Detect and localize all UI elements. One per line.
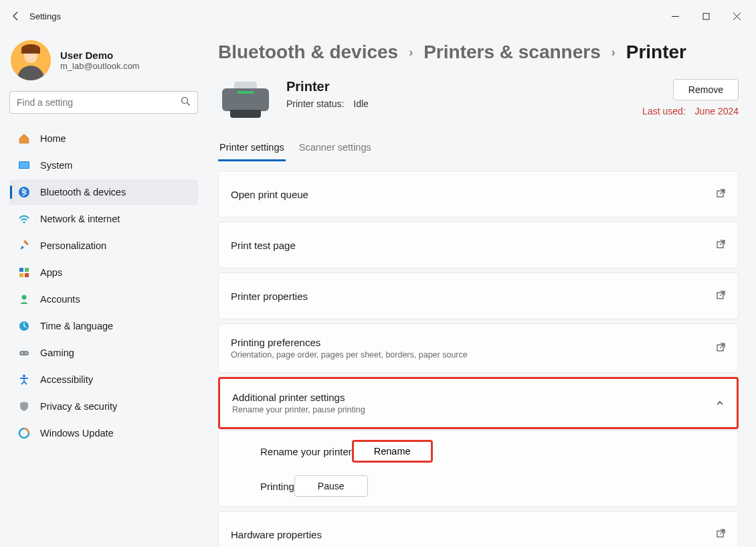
sidebar-item-bluetooth-devices[interactable]: Bluetooth & devices — [9, 179, 198, 205]
printer-header: Printer Printer status: Idle Remove Last… — [218, 79, 739, 118]
main-content: Bluetooth & devices › Printers & scanner… — [207, 32, 756, 547]
tab-printer-settings[interactable]: Printer settings — [218, 138, 286, 161]
tabs: Printer settings Scanner settings — [218, 138, 739, 161]
apps-icon — [17, 266, 31, 279]
sidebar-item-system[interactable]: System — [9, 153, 198, 178]
open-external-icon — [716, 239, 726, 252]
pause-button[interactable]: Pause — [294, 475, 368, 497]
sidebar-item-label: Personalization — [40, 240, 106, 251]
row-print-test-page[interactable]: Print test page — [218, 222, 739, 268]
row-printing-preferences[interactable]: Printing preferences Orientation, page o… — [218, 323, 739, 373]
svg-rect-14 — [25, 273, 29, 277]
window-title: Settings — [28, 11, 61, 21]
svg-rect-17 — [19, 351, 29, 356]
svg-rect-11 — [19, 268, 23, 272]
svg-rect-10 — [23, 240, 29, 246]
breadcrumb-printers-scanners[interactable]: Printers & scanners — [423, 42, 601, 63]
user-name: User Demo — [60, 50, 140, 61]
nav-list: Home System Bluetooth & devices Network … — [9, 126, 198, 446]
chevron-up-icon — [715, 398, 725, 408]
last-used: Last used: June 2024 — [642, 106, 739, 116]
sidebar-item-network[interactable]: Network & internet — [9, 206, 198, 232]
svg-point-4 — [182, 97, 188, 103]
row-additional-printer-settings[interactable]: Additional printer settings Rename your … — [218, 377, 739, 429]
sidebar-item-windows-update[interactable]: Windows Update — [9, 420, 198, 446]
gamepad-icon — [17, 346, 31, 360]
svg-point-15 — [22, 295, 27, 300]
tab-scanner-settings[interactable]: Scanner settings — [298, 138, 373, 161]
sidebar-item-label: Apps — [40, 267, 62, 278]
maximize-button[interactable] — [690, 6, 721, 26]
sidebar-item-label: Privacy & security — [40, 401, 117, 412]
svg-point-19 — [25, 353, 27, 354]
sidebar-item-label: Windows Update — [40, 428, 114, 439]
sidebar-item-label: Network & internet — [40, 214, 120, 224]
rename-button[interactable]: Rename — [352, 440, 433, 463]
person-icon — [17, 293, 31, 306]
search-input[interactable] — [17, 97, 181, 108]
sidebar-item-privacy-security[interactable]: Privacy & security — [9, 394, 198, 419]
svg-rect-13 — [19, 273, 23, 277]
user-email: m_lab@outlook.com — [60, 61, 140, 71]
sidebar-item-home[interactable]: Home — [9, 126, 198, 151]
chevron-right-icon: › — [409, 46, 413, 60]
svg-rect-7 — [19, 162, 29, 168]
sidebar-item-label: Accounts — [40, 294, 80, 305]
sidebar-item-label: Time & language — [40, 321, 113, 331]
update-icon — [17, 426, 31, 440]
svg-rect-12 — [25, 268, 29, 272]
svg-point-18 — [21, 353, 23, 354]
accessibility-icon — [17, 373, 31, 386]
user-profile[interactable]: User Demo m_lab@outlook.com — [11, 40, 197, 80]
sidebar-item-label: Gaming — [40, 347, 74, 358]
minimize-button[interactable] — [660, 6, 690, 26]
clock-globe-icon — [17, 319, 31, 333]
open-external-icon — [716, 528, 726, 541]
sidebar: User Demo m_lab@outlook.com Home System … — [0, 32, 207, 547]
open-external-icon — [716, 188, 726, 201]
row-hardware-properties[interactable]: Hardware properties — [218, 511, 739, 547]
open-external-icon — [716, 342, 726, 355]
search-icon — [181, 96, 191, 109]
row-printer-properties[interactable]: Printer properties — [218, 272, 739, 319]
additional-settings-expanded: Rename your printer Rename Printing Paus… — [218, 431, 739, 507]
sidebar-item-personalization[interactable]: Personalization — [9, 233, 198, 258]
row-open-print-queue[interactable]: Open print queue — [218, 171, 739, 218]
remove-button[interactable]: Remove — [673, 79, 739, 100]
sidebar-item-accounts[interactable]: Accounts — [9, 287, 198, 312]
home-icon — [17, 132, 31, 145]
bluetooth-icon — [17, 185, 31, 199]
sidebar-item-time-language[interactable]: Time & language — [9, 313, 198, 339]
printer-status: Printer status: Idle — [286, 98, 369, 109]
sidebar-item-apps[interactable]: Apps — [9, 260, 198, 285]
printer-name: Printer — [286, 79, 369, 94]
printer-icon — [218, 79, 273, 118]
open-external-icon — [716, 290, 726, 303]
svg-rect-1 — [703, 13, 709, 19]
back-button[interactable] — [4, 11, 28, 21]
close-button[interactable] — [721, 6, 752, 26]
svg-point-20 — [23, 375, 25, 378]
row-printing: Printing Pause — [260, 469, 726, 503]
paintbrush-icon — [17, 239, 31, 252]
search-box[interactable] — [9, 91, 198, 114]
breadcrumb-bluetooth-devices[interactable]: Bluetooth & devices — [218, 42, 398, 63]
avatar — [11, 40, 51, 80]
sidebar-item-gaming[interactable]: Gaming — [9, 340, 198, 366]
breadcrumb-current: Printer — [626, 42, 686, 63]
row-rename-printer: Rename your printer Rename — [260, 434, 726, 469]
sidebar-item-label: System — [40, 160, 72, 171]
sidebar-item-label: Bluetooth & devices — [40, 187, 126, 198]
sidebar-item-label: Accessibility — [40, 374, 93, 385]
shield-icon — [17, 400, 31, 413]
wifi-icon — [17, 212, 31, 226]
titlebar: Settings — [0, 0, 756, 32]
svg-point-9 — [23, 222, 25, 224]
svg-line-5 — [187, 102, 190, 105]
chevron-right-icon: › — [611, 46, 616, 60]
system-icon — [17, 159, 31, 172]
sidebar-item-label: Home — [40, 133, 66, 144]
breadcrumb: Bluetooth & devices › Printers & scanner… — [218, 42, 739, 63]
sidebar-item-accessibility[interactable]: Accessibility — [9, 367, 198, 392]
